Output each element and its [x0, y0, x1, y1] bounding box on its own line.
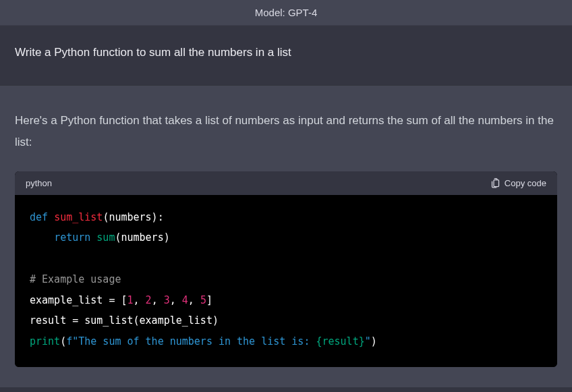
code-token: result = sum_list(example_list): [30, 314, 219, 327]
code-token: f"The sum of the numbers in the list is:: [66, 335, 316, 347]
code-token: return: [54, 231, 90, 244]
copy-code-button[interactable]: Copy code: [490, 178, 546, 188]
user-prompt-text: Write a Python function to sum all the n…: [15, 46, 291, 59]
code-token: def: [30, 211, 48, 223]
code-token: (: [60, 335, 66, 347]
code-token: 3: [164, 294, 170, 306]
code-body[interactable]: def sum_list(numbers): return sum(number…: [15, 195, 557, 367]
code-token: (numbers): [115, 231, 169, 244]
model-label: Model: GPT-4: [255, 7, 318, 18]
code-block: python Copy code def sum_list(numbers): …: [15, 171, 557, 367]
code-token: 1: [127, 294, 134, 306]
model-header: Model: GPT-4: [0, 0, 572, 26]
clipboard-icon: [490, 178, 500, 188]
code-token: ,: [170, 294, 182, 306]
code-token: ,: [188, 294, 200, 306]
code-token: print: [30, 335, 60, 347]
svg-rect-0: [494, 179, 499, 186]
code-token: 5: [200, 294, 206, 306]
code-header: python Copy code: [15, 171, 557, 195]
user-message: Write a Python function to sum all the n…: [0, 26, 572, 85]
copy-code-label: Copy code: [505, 178, 546, 188]
assistant-intro-text: Here's a Python function that takes a li…: [15, 110, 557, 154]
code-token: sum: [96, 231, 115, 244]
code-token: # Example usage: [30, 273, 121, 285]
code-token: {result}: [316, 335, 364, 347]
code-token: ,: [134, 294, 146, 306]
assistant-message: Here's a Python function that takes a li…: [0, 85, 572, 387]
code-token: 2: [146, 294, 152, 306]
code-token: ": [365, 335, 371, 347]
code-token: ]: [206, 294, 212, 306]
code-token: example_list = [: [30, 294, 127, 306]
code-token: (numbers):: [103, 211, 163, 223]
code-language-label: python: [26, 178, 52, 188]
code-token: 4: [182, 294, 188, 306]
code-token: ,: [152, 294, 164, 306]
code-token: ): [371, 335, 377, 347]
code-token: sum_list: [54, 211, 103, 223]
